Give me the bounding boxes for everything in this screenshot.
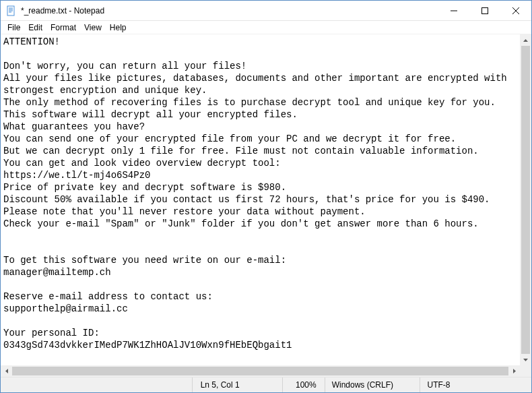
horizontal-scroll-thumb[interactable] (12, 367, 508, 375)
statusbar: Ln 5, Col 1 100% Windows (CRLF) UTF-8 (1, 377, 531, 392)
menubar: File Edit Format View Help (1, 21, 531, 34)
text-content[interactable]: ATTENTION! Don't worry, you can return a… (1, 34, 520, 365)
horizontal-scroll-track[interactable] (12, 365, 508, 377)
svg-marker-12 (513, 369, 516, 373)
notepad-icon (6, 5, 17, 16)
scroll-up-icon[interactable] (520, 34, 531, 46)
scroll-right-icon[interactable] (508, 365, 520, 377)
svg-marker-11 (5, 369, 8, 373)
window-title: *_readme.txt - Notepad (21, 6, 438, 16)
status-encoding: UTF-8 (420, 377, 531, 392)
scroll-left-icon[interactable] (1, 365, 12, 377)
scroll-down-icon[interactable] (520, 354, 531, 365)
menu-format[interactable]: Format (46, 22, 80, 34)
svg-marker-9 (523, 39, 528, 42)
minimize-button[interactable] (438, 1, 469, 21)
editor-area: ATTENTION! Don't worry, you can return a… (1, 34, 531, 377)
horizontal-scrollbar[interactable] (1, 365, 520, 377)
status-eol: Windows (CRLF) (325, 377, 420, 392)
svg-rect-6 (482, 8, 488, 14)
menu-file[interactable]: File (3, 22, 24, 34)
menu-view[interactable]: View (80, 22, 106, 34)
titlebar: *_readme.txt - Notepad (1, 1, 531, 21)
status-spacer (1, 377, 192, 392)
window-controls (438, 1, 531, 20)
vertical-scrollbar[interactable] (520, 34, 531, 365)
maximize-button[interactable] (469, 1, 500, 21)
status-position: Ln 5, Col 1 (192, 377, 282, 392)
menu-help[interactable]: Help (106, 22, 131, 34)
close-button[interactable] (500, 1, 531, 21)
svg-marker-10 (523, 359, 528, 361)
vertical-scroll-track[interactable] (520, 46, 531, 354)
status-zoom: 100% (282, 377, 325, 392)
scroll-corner (520, 365, 531, 377)
vertical-scroll-thumb[interactable] (521, 46, 530, 354)
menu-edit[interactable]: Edit (24, 22, 46, 34)
